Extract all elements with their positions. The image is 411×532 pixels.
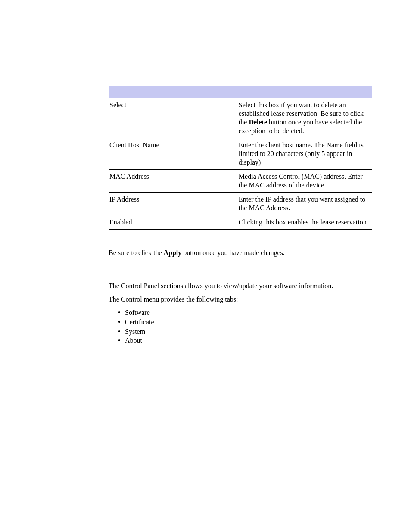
field-description: Enter the client host name. The Name fie… [238,138,372,170]
list-item: About [118,336,372,345]
field-label: Select [109,98,238,138]
table-row: Select Select this box if you want to de… [109,98,372,138]
field-label: Enabled [109,215,238,230]
field-description: Media Access Control (MAC) address. Ente… [238,170,372,193]
apply-note: Be sure to click the Apply button once y… [109,249,372,258]
table-row: IP Address Enter the IP address that you… [109,193,372,215]
list-item: Software [118,308,372,317]
fields-table: Select Select this box if you want to de… [109,86,372,230]
field-label: Client Host Name [109,138,238,170]
document-page: Select Select this box if you want to de… [0,0,411,532]
list-item: System [118,327,372,336]
field-label: MAC Address [109,170,238,193]
table-row: MAC Address Media Access Control (MAC) a… [109,170,372,193]
field-description: Enter the IP address that you want assig… [238,193,372,215]
tab-list: Software Certificate System About [109,308,372,345]
field-description: Clicking this box enables the lease rese… [238,215,372,230]
paragraph: The Control Panel sections allows you to… [109,282,372,291]
paragraph: The Control menu provides the following … [109,295,372,304]
field-description: Select this box if you want to delete an… [238,98,372,138]
table-row: Enabled Clicking this box enables the le… [109,215,372,230]
table-row: Client Host Name Enter the client host n… [109,138,372,170]
field-label: IP Address [109,193,238,215]
list-item: Certificate [118,317,372,327]
control-panel-section: The Control Panel sections allows you to… [109,282,372,345]
